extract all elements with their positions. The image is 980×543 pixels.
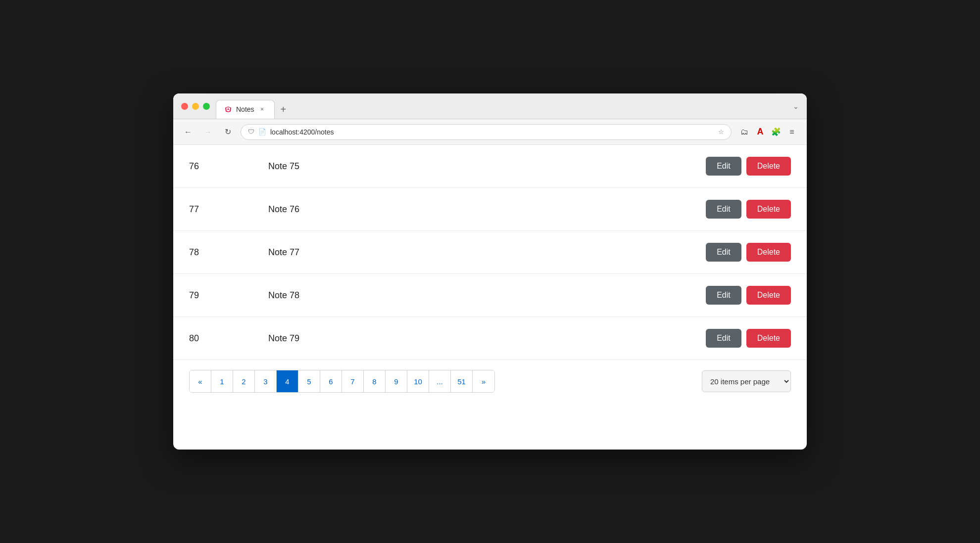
row-title: Note 76: [252, 188, 678, 231]
edit-button[interactable]: Edit: [706, 286, 741, 305]
row-actions: Edit Delete: [678, 145, 807, 188]
pagination-prev[interactable]: «: [190, 370, 211, 392]
window-chevron-icon[interactable]: ⌄: [793, 102, 799, 110]
new-tab-button[interactable]: +: [275, 100, 293, 119]
table-row: 80 Note 79 Edit Delete: [173, 317, 807, 360]
refresh-button[interactable]: ↻: [221, 125, 235, 139]
shield-icon: 🛡: [248, 128, 254, 136]
delete-button[interactable]: Delete: [746, 329, 791, 348]
delete-button[interactable]: Delete: [746, 286, 791, 305]
row-actions: Edit Delete: [678, 317, 807, 360]
pagination-next[interactable]: »: [473, 370, 494, 392]
tab-bar: Notes × +: [216, 93, 498, 119]
address-bar[interactable]: 🛡 📄 localhost:4200/notes ☆: [241, 124, 732, 140]
row-id: 79: [173, 274, 252, 317]
edit-button[interactable]: Edit: [706, 157, 741, 176]
profile-icon[interactable]: A: [753, 125, 767, 139]
traffic-lights: [181, 103, 210, 110]
forward-button[interactable]: →: [201, 125, 215, 139]
edit-button[interactable]: Edit: [706, 200, 741, 219]
row-actions: Edit Delete: [678, 274, 807, 317]
content-area: 76 Note 75 Edit Delete 77 Note 76 Edit D…: [173, 145, 807, 442]
row-actions: Edit Delete: [678, 188, 807, 231]
delete-button[interactable]: Delete: [746, 243, 791, 262]
angular-icon: [224, 105, 232, 113]
delete-button[interactable]: Delete: [746, 200, 791, 219]
title-bar: Notes × + ⌄: [173, 93, 807, 119]
pagination-page-7[interactable]: 7: [342, 370, 364, 392]
pagination-page-10[interactable]: 10: [407, 370, 429, 392]
active-tab[interactable]: Notes ×: [216, 100, 275, 119]
extensions-icon[interactable]: 🧩: [769, 125, 783, 139]
pagination-page-9[interactable]: 9: [386, 370, 407, 392]
table-row: 77 Note 76 Edit Delete: [173, 188, 807, 231]
pagination-page-3[interactable]: 3: [255, 370, 277, 392]
tab-title: Notes: [236, 105, 254, 113]
delete-button[interactable]: Delete: [746, 157, 791, 176]
maximize-button[interactable]: [203, 103, 210, 110]
table-row: 76 Note 75 Edit Delete: [173, 145, 807, 188]
notes-table: 76 Note 75 Edit Delete 77 Note 76 Edit D…: [173, 145, 807, 360]
pagination-page-2[interactable]: 2: [233, 370, 255, 392]
nav-actions: 🗂 A 🧩 ≡: [737, 125, 799, 139]
edit-button[interactable]: Edit: [706, 329, 741, 348]
edit-button[interactable]: Edit: [706, 243, 741, 262]
pagination-page-4[interactable]: 4: [277, 370, 298, 392]
row-title: Note 75: [252, 145, 678, 188]
row-title: Note 79: [252, 317, 678, 360]
tab-close-button[interactable]: ×: [258, 105, 266, 113]
nav-bar: ← → ↻ 🛡 📄 localhost:4200/notes ☆ 🗂 A 🧩 ≡: [173, 119, 807, 145]
url-text: localhost:4200/notes: [270, 128, 714, 136]
pagination-page-8[interactable]: 8: [364, 370, 386, 392]
pagination-ellipsis: ...: [429, 370, 451, 392]
back-button[interactable]: ←: [181, 125, 195, 139]
pagination-page-6[interactable]: 6: [320, 370, 342, 392]
row-actions: Edit Delete: [678, 231, 807, 274]
pagination-page-5[interactable]: 5: [298, 370, 320, 392]
close-button[interactable]: [181, 103, 188, 110]
row-id: 77: [173, 188, 252, 231]
per-page-select[interactable]: 5 items per page10 items per page20 item…: [702, 370, 791, 392]
minimize-button[interactable]: [192, 103, 199, 110]
row-id: 80: [173, 317, 252, 360]
pagination-bar: «12345678910...51» 5 items per page10 it…: [173, 360, 807, 407]
page-icon: 📄: [258, 128, 266, 136]
pagination: «12345678910...51»: [189, 370, 495, 393]
browser-window: Notes × + ⌄ ← → ↻ 🛡 📄 localhost:4200/not…: [173, 93, 807, 450]
row-id: 76: [173, 145, 252, 188]
menu-icon[interactable]: ≡: [785, 125, 799, 139]
pagination-page-51[interactable]: 51: [451, 370, 473, 392]
row-id: 78: [173, 231, 252, 274]
pagination-page-1[interactable]: 1: [211, 370, 233, 392]
row-title: Note 78: [252, 274, 678, 317]
star-icon[interactable]: ☆: [718, 128, 724, 136]
table-row: 79 Note 78 Edit Delete: [173, 274, 807, 317]
pocket-icon[interactable]: 🗂: [737, 125, 751, 139]
row-title: Note 77: [252, 231, 678, 274]
table-row: 78 Note 77 Edit Delete: [173, 231, 807, 274]
